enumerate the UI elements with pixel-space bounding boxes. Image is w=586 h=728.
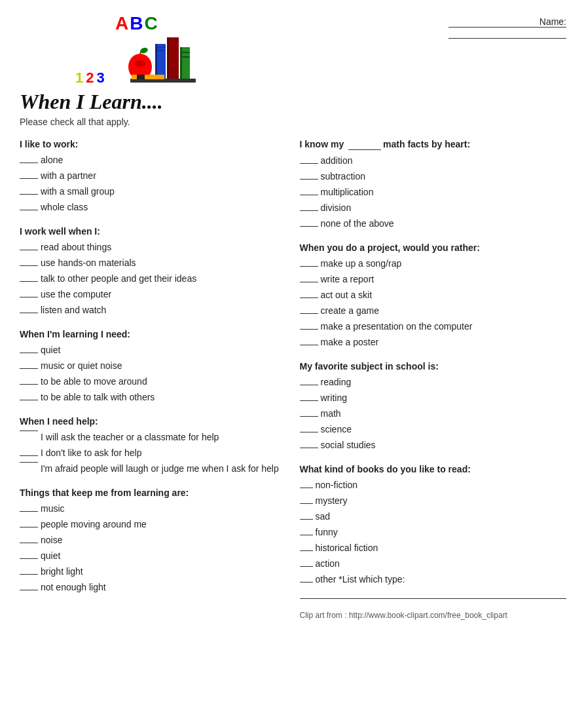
item-math: math [321, 407, 341, 421]
checkbox-line [300, 503, 313, 504]
section-favorite-subject: My favorite subject in school is: readin… [300, 361, 567, 452]
item-talk: talk to other people and get their ideas [41, 272, 196, 286]
page-title: When I Learn.... [20, 90, 566, 114]
svg-point-1 [135, 60, 145, 67]
section-math-title: I know my math facts by heart: [300, 139, 567, 150]
section-keep-from-learning: Things that keep me from learning are: m… [20, 488, 287, 594]
section-learning-need: When I'm learning I need: quiet music or… [20, 329, 287, 404]
svg-rect-15 [132, 75, 164, 79]
name-field: Name: [403, 13, 566, 39]
section-math-facts: I know my math facts by heart: addition … [300, 139, 567, 231]
section-keep-title: Things that keep me from learning are: [20, 488, 287, 498]
checkbox-line [300, 266, 318, 267]
checkbox-line [20, 250, 38, 250]
left-column: I like to work: alone with a partner wit… [20, 139, 287, 620]
checkbox-line [20, 455, 38, 456]
item-talk-others: to be able to talk with others [41, 391, 155, 404]
checkbox-line [300, 416, 318, 417]
item-nonfiction: non-fiction [316, 478, 358, 492]
list-item: other *List which type: [300, 573, 567, 586]
checkbox-line [20, 265, 38, 266]
section-like-to-work: I like to work: alone with a partner wit… [20, 139, 287, 214]
item-alone: alone [41, 153, 63, 167]
item-move: to be able to move around [41, 375, 147, 389]
checkbox-line [300, 282, 318, 282]
right-column: I know my math facts by heart: addition … [300, 139, 567, 620]
item-skit: act out a skit [321, 288, 373, 302]
list-item: social studies [300, 438, 567, 452]
checkbox-line [20, 574, 38, 575]
list-item: act out a skit [300, 288, 567, 302]
checkbox-line [20, 281, 38, 282]
list-item: music or quiet noise [20, 359, 287, 373]
checkbox-line [300, 329, 318, 330]
item-presentation: make a presentation on the computer [321, 320, 473, 334]
list-item: I'm afraid people will laugh or judge me… [20, 462, 287, 476]
list-item: use the computer [20, 288, 287, 301]
checkbox-line [300, 535, 313, 535]
item-hands-on: use hands-on materials [41, 256, 136, 270]
checkbox-line [300, 195, 318, 195]
checkbox-line [20, 558, 38, 559]
list-item: I don't like to ask for help [20, 446, 287, 460]
item-quiet: quiet [41, 343, 60, 357]
checkbox-line [300, 297, 318, 298]
list-item: subtraction [300, 170, 567, 183]
checkbox-line [300, 210, 318, 211]
checkbox-line [300, 519, 313, 520]
item-action: action [316, 557, 340, 571]
list-item: math [300, 407, 567, 421]
checkbox-line [20, 297, 38, 297]
svg-rect-16 [137, 75, 145, 79]
checkbox-line [20, 462, 38, 463]
list-item: alone [20, 153, 287, 167]
section-books: What kind of books do you like to read: … [300, 464, 567, 599]
checkbox-line [300, 400, 318, 401]
section-work-well: I work well when I: read about things us… [20, 226, 287, 317]
letter-a: A [115, 13, 130, 33]
clip-art-credit: Clip art from : http://www.book-clipart.… [300, 611, 567, 620]
checkbox-line [20, 178, 38, 179]
checkbox-line [300, 550, 313, 551]
list-item: I will ask the teacher or a classmate fo… [20, 431, 287, 444]
list-item: none of the above [300, 217, 567, 231]
section-favorite-title: My favorite subject in school is: [300, 361, 567, 372]
list-item: historical fiction [300, 541, 567, 555]
list-item: funny [300, 526, 567, 539]
list-item: people moving around me [20, 518, 287, 531]
list-item: bright light [20, 565, 287, 579]
list-item: whole class [20, 201, 287, 214]
checkbox-line [20, 543, 38, 543]
list-item: not enough light [20, 581, 287, 594]
list-item: division [300, 201, 567, 215]
checkbox-line [20, 163, 38, 163]
item-subtraction: subtraction [321, 170, 365, 183]
list-item: make a poster [300, 335, 567, 349]
checkbox-line [20, 368, 38, 369]
item-social-studies: social studies [321, 438, 376, 452]
section-learning-need-title: When I'm learning I need: [20, 329, 287, 339]
list-item: addition [300, 154, 567, 168]
checkbox-line [20, 511, 38, 512]
list-item: mystery [300, 494, 567, 508]
list-item: listen and watch [20, 303, 287, 317]
checkbox-line [300, 163, 318, 164]
item-none: none of the above [321, 217, 394, 231]
item-multiplication: multiplication [321, 185, 374, 199]
checkbox-line [300, 488, 313, 488]
svg-rect-9 [167, 37, 169, 80]
item-writing: writing [321, 391, 347, 405]
item-song: make up a song/rap [321, 257, 402, 271]
checkbox-line [300, 345, 318, 345]
item-report: write a report [321, 273, 375, 286]
checkbox-line [300, 448, 318, 448]
checkbox-line [20, 384, 38, 385]
svg-rect-5 [155, 44, 157, 80]
list-item: quiet [20, 343, 287, 357]
list-item: writing [300, 391, 567, 405]
section-need-help: When I need help: I will ask the teacher… [20, 416, 287, 476]
list-item: talk to other people and get their ideas [20, 272, 287, 286]
item-listen: listen and watch [41, 303, 106, 317]
list-item: quiet [20, 549, 287, 563]
section-work-well-title: I work well when I: [20, 226, 287, 237]
